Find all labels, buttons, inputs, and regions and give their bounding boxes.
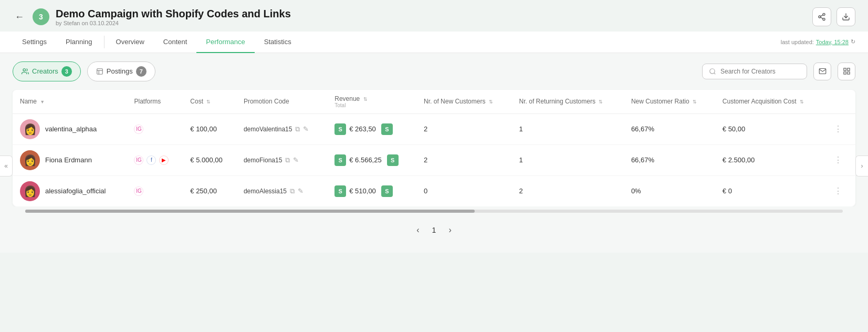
row-menu-button[interactable]: ⋮ xyxy=(832,122,844,136)
sidebar-collapse-right-icon: › xyxy=(861,162,863,170)
prev-page-button[interactable]: ‹ xyxy=(412,223,423,237)
tab-overview[interactable]: Overview xyxy=(107,32,154,53)
col-new-customer-ratio[interactable]: New Customer Ratio ⇅ xyxy=(624,90,715,114)
col-acquisition-cost[interactable]: Customer Acquisition Cost ⇅ xyxy=(715,90,824,114)
sort-icon-new-customers: ⇅ xyxy=(489,99,493,105)
acquisition-cost-cell: € 0 xyxy=(715,175,824,206)
sidebar-collapse-right[interactable]: › xyxy=(855,155,868,177)
tab-statistics[interactable]: Statistics xyxy=(255,32,301,53)
copy-promo-button[interactable]: ⧉ xyxy=(290,187,295,195)
scroll-thumb[interactable] xyxy=(25,210,475,213)
returning-customers-cell: 1 xyxy=(512,113,624,144)
sidebar-collapse-left-icon: « xyxy=(4,162,8,170)
tab-planning[interactable]: Planning xyxy=(56,32,102,53)
shopify-icon-revenue: S xyxy=(334,123,346,135)
sort-icon-cost: ⇅ xyxy=(206,99,211,105)
download-icon xyxy=(842,13,850,21)
share-button[interactable] xyxy=(812,7,831,26)
platform-icons: IGf▶ xyxy=(134,155,175,165)
acquisition-cost-cell: € 50,00 xyxy=(715,113,824,144)
svg-point-10 xyxy=(710,68,715,73)
svg-rect-7 xyxy=(97,68,103,74)
row-menu-button[interactable]: ⋮ xyxy=(832,184,844,198)
svg-point-6 xyxy=(23,68,26,71)
copy-promo-button[interactable]: ⧉ xyxy=(295,125,300,133)
header-right xyxy=(812,7,855,26)
sidebar-collapse-left[interactable]: « xyxy=(0,155,13,177)
shopify-icon-secondary: S xyxy=(381,185,393,197)
avatar: 👩 xyxy=(20,119,40,139)
col-revenue[interactable]: Revenue ⇅ Total xyxy=(327,90,416,114)
filter-bar: Creators 3 Postings 7 xyxy=(13,61,855,81)
promo-code-text: demoAlessia15 xyxy=(244,188,287,195)
creators-table: Name ▼ Platforms Cost ⇅ Promotion Code xyxy=(13,90,855,206)
revenue-cell: S € 263,50 S xyxy=(327,113,416,144)
svg-rect-12 xyxy=(843,68,845,70)
creators-count-badge: 3 xyxy=(61,66,72,77)
revenue-cell-inner: S € 6.566,25 S xyxy=(334,154,409,166)
col-platforms: Platforms xyxy=(127,90,183,114)
col-new-customers[interactable]: Nr. of New Customers ⇅ xyxy=(416,90,511,114)
edit-promo-button[interactable]: ✎ xyxy=(303,125,309,133)
sort-icon-ratio: ⇅ xyxy=(693,99,697,105)
table-row: 👩 valentina_alphaa IG € 100,00 demoValen… xyxy=(13,113,855,144)
col-returning-customers[interactable]: Nr. of Returning Customers ⇅ xyxy=(512,90,624,114)
search-icon xyxy=(709,68,716,75)
col-name[interactable]: Name ▼ xyxy=(13,90,127,114)
edit-promo-button[interactable]: ✎ xyxy=(298,187,304,195)
next-page-button[interactable]: › xyxy=(444,223,455,237)
svg-line-11 xyxy=(714,72,716,74)
creator-name-cell: 👩 alessiafoglia_official xyxy=(13,175,127,206)
platform-icon-facebook: f xyxy=(147,155,156,165)
back-button[interactable]: ← xyxy=(13,9,26,25)
promo-code-text: demoValentina15 xyxy=(244,126,292,133)
svg-rect-15 xyxy=(847,72,849,74)
col-cost[interactable]: Cost ⇅ xyxy=(183,90,236,114)
search-input[interactable] xyxy=(720,68,794,75)
col-actions xyxy=(824,90,855,114)
promo-cell: demoAlessia15 ⧉ ✎ xyxy=(244,187,320,195)
copy-promo-button[interactable]: ⧉ xyxy=(285,156,290,164)
new-customer-ratio-cell: 66,67% xyxy=(624,113,715,144)
tab-content[interactable]: Content xyxy=(154,32,197,53)
layout-button[interactable] xyxy=(838,63,855,80)
platform-icon-instagram: IG xyxy=(134,124,143,134)
promo-cell: demoValentina15 ⧉ ✎ xyxy=(244,125,320,133)
search-box[interactable] xyxy=(702,64,807,79)
postings-tab-pill[interactable]: Postings 7 xyxy=(87,61,155,81)
table-header-row: Name ▼ Platforms Cost ⇅ Promotion Code xyxy=(13,90,855,114)
creators-tab-pill[interactable]: Creators 3 xyxy=(13,61,81,81)
last-updated-value[interactable]: Today, 15:28 xyxy=(816,39,849,45)
cost-cell: € 100,00 xyxy=(183,113,236,144)
table-row: 👩 Fiona Erdmann IGf▶ € 5.000,00 demoFion… xyxy=(13,144,855,175)
row-menu-button[interactable]: ⋮ xyxy=(832,153,844,167)
returning-customers-cell: 1 xyxy=(512,144,624,175)
creators-icon xyxy=(22,68,29,75)
table-row: 👩 alessiafoglia_official IG € 250,00 dem… xyxy=(13,175,855,206)
creator-cell: 👩 Fiona Erdmann xyxy=(20,150,119,170)
new-customers-cell: 0 xyxy=(416,175,511,206)
scroll-track[interactable] xyxy=(25,210,843,213)
row-menu-cell: ⋮ xyxy=(824,113,855,144)
download-button[interactable] xyxy=(836,7,855,26)
nav-tabs: Settings Planning Overview Content Perfo… xyxy=(0,32,868,53)
sort-icon-acquisition-cost: ⇅ xyxy=(800,99,804,105)
layout-icon xyxy=(843,67,851,75)
svg-rect-13 xyxy=(847,68,849,70)
sort-icon-returning-customers: ⇅ xyxy=(599,99,603,105)
mail-button[interactable] xyxy=(813,63,831,80)
platforms-cell: IG xyxy=(127,175,183,206)
returning-customers-cell: 2 xyxy=(512,175,624,206)
col-promo-code: Promotion Code xyxy=(236,90,327,114)
refresh-icon[interactable]: ↻ xyxy=(851,38,855,45)
share-icon xyxy=(818,13,826,21)
revenue-amount: € 263,50 xyxy=(349,125,376,133)
mail-icon xyxy=(819,67,827,75)
content-area: Creators 3 Postings 7 xyxy=(0,53,868,253)
new-customers-cell: 2 xyxy=(416,113,511,144)
creator-name: Fiona Erdmann xyxy=(45,156,92,164)
top-header: ← 3 Demo Campaign with Shopify Codes and… xyxy=(0,0,868,32)
edit-promo-button[interactable]: ✎ xyxy=(293,156,299,164)
tab-performance[interactable]: Performance xyxy=(196,32,254,53)
tab-settings[interactable]: Settings xyxy=(13,32,56,53)
